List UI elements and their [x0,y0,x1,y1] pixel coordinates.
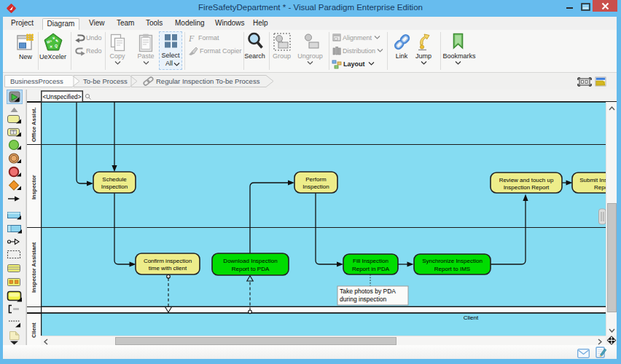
svg-text:Schedule: Schedule [102,176,127,183]
svg-text:Inspection Report: Inspection Report [504,184,550,191]
svg-text:Submit Inspection: Submit Inspection [579,177,606,183]
svg-text:To-be Process: To-be Process [83,77,128,85]
svg-text:Q: Q [55,44,58,48]
svg-text:Report to IMS: Report to IMS [434,266,470,272]
svg-text:during inspection: during inspection [340,296,387,303]
svg-text:✕: ✕ [50,44,52,49]
svg-text:time with client: time with client [149,265,187,272]
svg-text:Regular Inspection To-be Proce: Regular Inspection To-be Process [156,77,260,85]
svg-text:<Unspecified>: <Unspecified> [42,93,81,100]
svg-text:Take photos by PDA: Take photos by PDA [340,288,396,295]
svg-text:✎: ✎ [55,39,58,43]
svg-text:Report: Report [594,184,606,191]
svg-text:Review and touch up: Review and touch up [499,177,554,183]
svg-text:Report in PDA: Report in PDA [352,266,390,272]
svg-text:Inspection: Inspection [101,183,128,190]
svg-text:Synchronize Inspection: Synchronize Inspection [422,258,483,264]
svg-text:Client: Client [464,314,479,321]
svg-text:Confirm inspection: Confirm inspection [144,258,192,264]
svg-text:Fill Inspection: Fill Inspection [353,258,388,264]
svg-text:Inspection: Inspection [302,183,329,190]
svg-text:BusinessProcess: BusinessProcess [10,77,63,85]
svg-text:Perform: Perform [305,176,327,183]
svg-text:Report to PDA: Report to PDA [232,266,270,272]
svg-text:Download Inspection: Download Inspection [223,258,277,264]
